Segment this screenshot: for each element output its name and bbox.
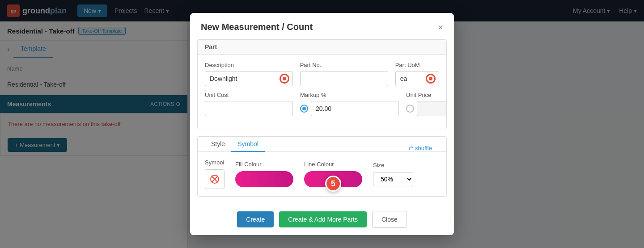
part-uom-radio-indicator: [426, 74, 436, 84]
symbol-label: Symbol: [205, 159, 225, 166]
size-group: Size 50%: [373, 162, 413, 186]
create-add-more-parts-button[interactable]: Create & Add More Parts: [279, 211, 367, 227]
line-colour-label: Line Colour: [304, 161, 362, 168]
description-label: Description: [205, 62, 293, 68]
symbol-group: Symbol: [205, 159, 225, 189]
modal-close-button[interactable]: ×: [438, 23, 443, 32]
part-uom-input-wrapper: [395, 71, 439, 86]
modal-title: New Measurement / Count: [201, 22, 313, 32]
fill-colour-swatch[interactable]: [235, 171, 293, 187]
markup-row: [300, 101, 399, 116]
symbol-icon-box[interactable]: [205, 169, 225, 189]
part-no-input[interactable]: [300, 71, 388, 86]
description-row: Description Part No.: [205, 62, 439, 86]
unit-cost-label: Unit Cost: [205, 92, 293, 98]
symbol-tab[interactable]: Symbol: [231, 137, 265, 152]
style-tab[interactable]: Style: [205, 137, 231, 152]
part-uom-group: Part UoM: [395, 62, 439, 86]
fill-colour-label: Fill Colour: [235, 161, 293, 168]
unit-cost-group: Unit Cost: [205, 92, 293, 116]
style-symbol-section: Style Symbol ⇄ shuffle Symbol: [197, 136, 447, 197]
unit-price-group: Unit Price: [406, 92, 447, 116]
inner-tabs-row: Style Symbol ⇄ shuffle: [198, 137, 446, 152]
size-label: Size: [373, 162, 413, 168]
symbol-section-body: Symbol Fill Colour: [198, 152, 446, 196]
unit-price-input[interactable]: [417, 101, 447, 116]
unit-price-row: [406, 101, 447, 116]
part-section-body: Description Part No.: [198, 55, 446, 129]
modal-overlay: New Measurement / Count × Part Descripti…: [0, 0, 644, 248]
shuffle-label: shuffle: [415, 145, 432, 151]
unit-cost-input[interactable]: [205, 101, 293, 116]
markup-label: Markup %: [300, 92, 399, 98]
fill-colour-group: Fill Colour: [235, 161, 293, 187]
modal-header: New Measurement / Count ×: [190, 13, 454, 39]
step-5-badge: 5: [325, 176, 341, 192]
description-radio-indicator: [280, 74, 289, 84]
markup-radio-dot: [302, 107, 306, 110]
create-button[interactable]: Create: [237, 211, 274, 227]
line-colour-group: Line Colour 5: [304, 161, 362, 187]
part-uom-radio-dot: [429, 77, 432, 80]
unit-price-radio[interactable]: [406, 105, 414, 113]
part-section-header: Part: [198, 40, 446, 55]
symbol-row: Symbol Fill Colour: [205, 159, 439, 189]
description-group: Description: [205, 62, 293, 86]
unit-price-label: Unit Price: [406, 92, 447, 98]
markup-radio-selected[interactable]: [300, 105, 308, 113]
new-measurement-modal: New Measurement / Count × Part Descripti…: [190, 13, 454, 235]
close-button[interactable]: Close: [372, 211, 407, 228]
modal-footer: Create Create & Add More Parts Close: [190, 204, 454, 235]
part-uom-label: Part UoM: [395, 62, 439, 68]
description-input-wrapper: [205, 71, 293, 86]
description-radio-dot: [283, 77, 286, 80]
markup-input[interactable]: [311, 101, 399, 116]
size-select[interactable]: 50%: [373, 172, 413, 186]
part-no-label: Part No.: [300, 62, 388, 68]
markup-group: Markup %: [300, 92, 399, 116]
shuffle-button[interactable]: ⇄ shuffle: [401, 141, 439, 151]
shuffle-icon: ⇄: [408, 145, 413, 151]
part-section: Part Description: [197, 39, 447, 129]
cost-row: Unit Cost Markup %: [205, 92, 439, 116]
part-no-group: Part No.: [300, 62, 388, 86]
